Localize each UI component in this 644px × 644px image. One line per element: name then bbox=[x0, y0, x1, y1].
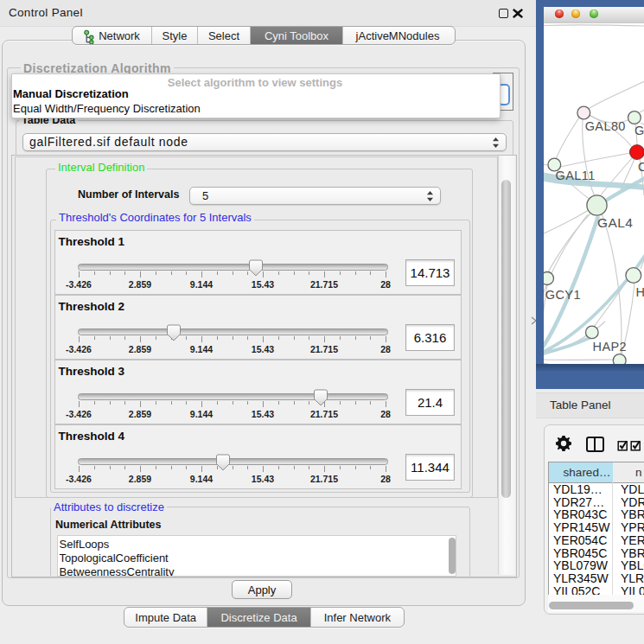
svg-text:GAL80: GAL80 bbox=[585, 119, 626, 133]
svg-text:GAL11: GAL11 bbox=[556, 169, 596, 182]
svg-text:H: H bbox=[636, 285, 644, 299]
svg-text:GCY1: GCY1 bbox=[545, 288, 581, 302]
svg-text:GAL: GAL bbox=[634, 124, 644, 137]
svg-text:HAP2: HAP2 bbox=[593, 340, 627, 354]
svg-text:GAL4: GAL4 bbox=[597, 215, 633, 230]
svg-text:C: C bbox=[638, 160, 644, 174]
